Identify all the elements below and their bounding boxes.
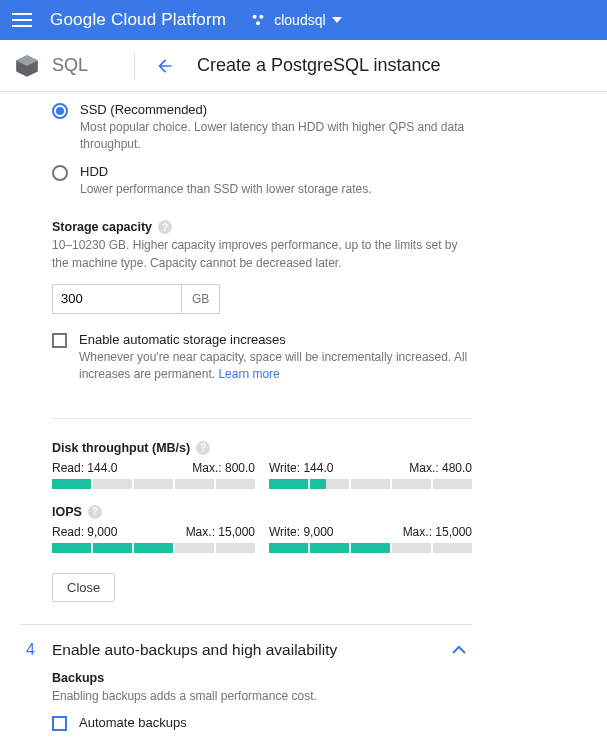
caret-down-icon bbox=[332, 17, 342, 23]
iops-read-max: Max.: 15,000 bbox=[186, 525, 255, 539]
divider bbox=[52, 418, 472, 419]
automate-backups-label: Automate backups bbox=[79, 715, 187, 730]
storage-hdd-label: HDD bbox=[80, 164, 371, 179]
svg-point-2 bbox=[256, 21, 260, 25]
storage-hdd-radio[interactable] bbox=[52, 165, 68, 181]
product-name: SQL bbox=[52, 55, 88, 76]
auto-increase-desc: Whenever you're near capacity, space wil… bbox=[79, 349, 472, 384]
top-bar: Google Cloud Platform cloudsql bbox=[0, 0, 607, 40]
auto-increase-label: Enable automatic storage increases bbox=[79, 332, 472, 347]
page-title: Create a PostgreSQL instance bbox=[197, 55, 440, 76]
chevron-up-icon bbox=[452, 645, 466, 654]
storage-ssd-radio[interactable] bbox=[52, 103, 68, 119]
iops-read: Read: 9,000 bbox=[52, 525, 117, 539]
throughput-read-bar bbox=[52, 479, 255, 489]
throughput-read: Read: 144.0 bbox=[52, 461, 117, 475]
storage-ssd-label: SSD (Recommended) bbox=[80, 102, 472, 117]
automate-backups-checkbox[interactable] bbox=[52, 716, 67, 731]
throughput-write-max: Max.: 480.0 bbox=[409, 461, 472, 475]
auto-increase-checkbox[interactable] bbox=[52, 333, 67, 348]
storage-ssd-desc: Most popular choice. Lower latency than … bbox=[80, 119, 472, 154]
capacity-label: Storage capacity ? bbox=[52, 220, 472, 234]
throughput-label: Disk throughput (MB/s) ? bbox=[52, 441, 472, 455]
learn-more-link[interactable]: Learn more bbox=[218, 367, 279, 381]
sub-header: SQL Create a PostgreSQL instance bbox=[0, 40, 607, 92]
capacity-desc: 10–10230 GB. Higher capacity improves pe… bbox=[52, 237, 472, 272]
help-icon[interactable]: ? bbox=[158, 220, 172, 234]
project-name: cloudsql bbox=[274, 12, 325, 28]
help-icon[interactable]: ? bbox=[196, 441, 210, 455]
iops-read-bar bbox=[52, 543, 255, 553]
project-selector[interactable]: cloudsql bbox=[250, 12, 341, 28]
step-title: Enable auto-backups and high availabilit… bbox=[52, 641, 337, 659]
svg-point-1 bbox=[260, 15, 264, 19]
menu-icon[interactable] bbox=[12, 13, 32, 27]
project-icon bbox=[250, 12, 266, 28]
iops-label: IOPS ? bbox=[52, 505, 472, 519]
storage-hdd-desc: Lower performance than SSD with lower st… bbox=[80, 181, 371, 198]
iops-write-max: Max.: 15,000 bbox=[403, 525, 472, 539]
throughput-write: Write: 144.0 bbox=[269, 461, 333, 475]
backups-desc: Enabling backups adds a small performanc… bbox=[52, 688, 472, 705]
capacity-unit: GB bbox=[182, 284, 220, 314]
svg-point-0 bbox=[253, 15, 257, 19]
help-icon[interactable]: ? bbox=[88, 505, 102, 519]
throughput-write-bar bbox=[269, 479, 472, 489]
divider bbox=[134, 52, 135, 80]
back-arrow-icon bbox=[155, 56, 175, 76]
iops-write-bar bbox=[269, 543, 472, 553]
close-button[interactable]: Close bbox=[52, 573, 115, 602]
back-button[interactable] bbox=[155, 56, 175, 76]
brand-logo: Google Cloud Platform bbox=[50, 10, 226, 30]
collapse-button[interactable] bbox=[452, 642, 472, 657]
capacity-input[interactable] bbox=[52, 284, 182, 314]
backups-label: Backups bbox=[52, 671, 472, 685]
sql-product-icon bbox=[14, 53, 40, 79]
iops-write: Write: 9,000 bbox=[269, 525, 333, 539]
step-number: 4 bbox=[20, 641, 52, 659]
throughput-read-max: Max.: 800.0 bbox=[192, 461, 255, 475]
